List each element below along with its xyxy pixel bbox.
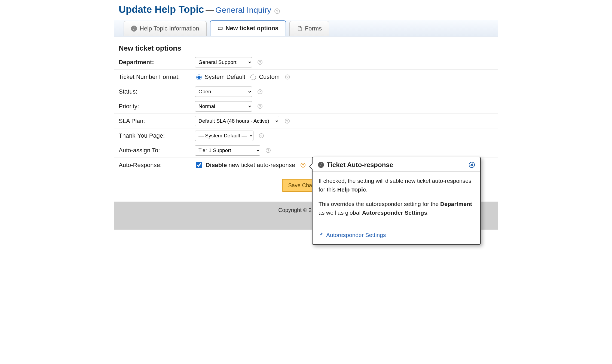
row-status: Status: Open ? [114, 84, 498, 99]
tab-help-topic-information[interactable]: i Help Topic Information [124, 21, 207, 36]
popover-body: If checked, the setting will disable new… [313, 172, 480, 228]
row-auto-assign-to: Auto-assign To: Tier 1 Support ? [114, 143, 498, 158]
radio-system-default-input[interactable] [196, 75, 202, 80]
select-auto-assign-to[interactable]: Tier 1 Support [195, 145, 260, 156]
ticket-icon [218, 26, 223, 31]
help-icon[interactable]: ? [285, 119, 290, 124]
row-priority: Priority: Normal ? [114, 99, 498, 114]
tabs-bar: i Help Topic Information New ticket opti… [114, 20, 498, 36]
label-thank-you-page: Thank-You Page: [119, 132, 195, 139]
radio-custom-input[interactable] [250, 75, 256, 80]
popover-arrow [309, 163, 313, 170]
close-icon[interactable]: ✖ [469, 162, 475, 168]
row-thank-you-page: Thank-You Page: — System Default — ? [114, 128, 498, 143]
forms-icon [297, 26, 302, 31]
row-sla-plan: SLA Plan: Default SLA (48 hours - Active… [114, 114, 498, 128]
label-priority: Priority: [119, 103, 195, 110]
label-department: Department: [119, 59, 195, 66]
title-separator: — [206, 5, 214, 14]
select-priority[interactable]: Normal [195, 101, 252, 112]
popover-title: Ticket Auto-response [327, 161, 393, 169]
label-auto-response: Auto-Response: [119, 162, 195, 169]
help-icon[interactable]: ? [258, 89, 262, 94]
title-subtitle: General Inquiry [215, 5, 271, 14]
radio-custom[interactable]: Custom [249, 73, 280, 81]
checkbox-disable-auto-response-input[interactable] [196, 162, 202, 168]
tab-forms[interactable]: Forms [289, 21, 329, 36]
select-department[interactable]: General Support [195, 57, 252, 67]
tab-label: Forms [305, 25, 322, 32]
select-sla-plan[interactable]: Default SLA (48 hours - Active) [195, 116, 279, 126]
help-icon[interactable]: ? [258, 60, 262, 65]
label-auto-assign-to: Auto-assign To: [119, 147, 195, 154]
info-icon: i [131, 26, 137, 32]
help-icon[interactable]: ? [259, 133, 264, 138]
tab-label: New ticket options [226, 25, 279, 32]
checkbox-disable-auto-response[interactable]: Disable new ticket auto-response [195, 161, 295, 169]
help-icon[interactable]: ? [285, 75, 290, 79]
tab-new-ticket-options[interactable]: New ticket options [210, 20, 286, 36]
radio-system-default[interactable]: System Default [195, 73, 245, 81]
help-icon[interactable]: ? [258, 104, 262, 109]
popover-ticket-auto-response: i Ticket Auto-response ✖ If checked, the… [312, 157, 481, 230]
tab-label: Help Topic Information [140, 25, 199, 32]
label-status: Status: [119, 88, 195, 95]
row-ticket-number-format: Ticket Number Format: System Default Cus… [114, 70, 498, 84]
help-icon[interactable]: ? [266, 148, 271, 153]
help-icon[interactable]: ? [274, 8, 280, 14]
section-heading: New ticket options [114, 36, 498, 55]
row-department: Department: General Support ? [114, 55, 498, 70]
label-sla-plan: SLA Plan: [119, 118, 195, 125]
title: Update Help Topic [119, 4, 204, 15]
select-thank-you-page[interactable]: — System Default — [195, 131, 253, 141]
svg-rect-0 [218, 27, 222, 30]
info-icon: i [318, 162, 324, 168]
label-ticket-number-format: Ticket Number Format: [119, 73, 195, 81]
page-title: Update Help Topic — General Inquiry ? [114, 0, 498, 20]
help-icon-active[interactable]: ? [301, 163, 305, 168]
popover-title-row: i Ticket Auto-response [318, 161, 393, 169]
select-status[interactable]: Open [195, 87, 252, 97]
